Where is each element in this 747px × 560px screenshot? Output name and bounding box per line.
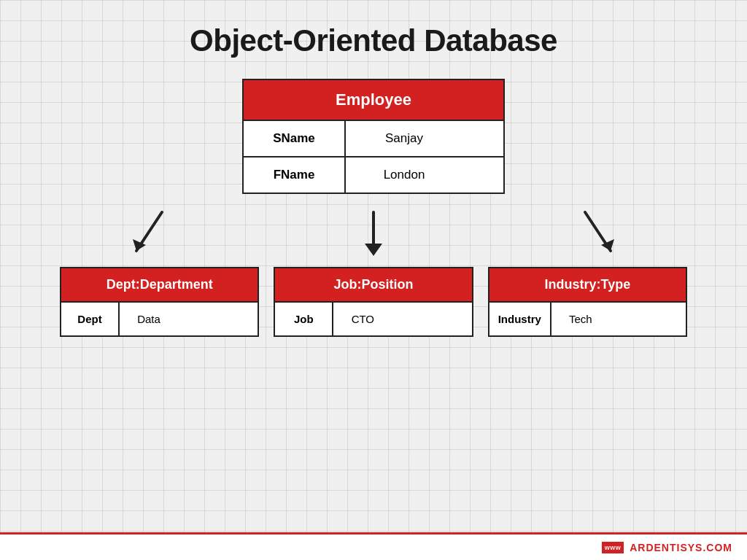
job-row: Job CTO xyxy=(275,301,471,335)
arrow-center-icon xyxy=(352,209,395,260)
dept-table: Dept:Department Dept Data xyxy=(60,267,259,337)
dept-label: Dept xyxy=(61,303,120,335)
industry-label: Industry xyxy=(489,303,551,335)
dept-table-header: Dept:Department xyxy=(61,268,258,301)
employee-row-sname: SName Sanjay xyxy=(244,120,503,156)
industry-table-header: Industry:Type xyxy=(489,268,686,301)
page-title: Object-Oriented Database xyxy=(0,0,747,58)
arrow-left-container xyxy=(74,201,220,260)
www-icon: www xyxy=(602,542,624,553)
dept-value: Data xyxy=(120,303,178,335)
industry-row: Industry Tech xyxy=(489,301,686,335)
brand-name: ARDENTISYS.COM xyxy=(630,542,732,553)
industry-table: Industry:Type Industry Tech xyxy=(488,267,687,337)
job-table-header: Job:Position xyxy=(275,268,471,301)
svg-marker-3 xyxy=(365,244,382,256)
job-value: CTO xyxy=(333,303,392,335)
fname-label: FName xyxy=(244,158,346,192)
employee-table: Employee SName Sanjay FName London xyxy=(242,79,505,194)
arrow-left-icon xyxy=(125,209,169,260)
dept-row: Dept Data xyxy=(61,301,258,335)
footer-logo: www ARDENTISYS.COM xyxy=(602,542,732,553)
employee-table-header: Employee xyxy=(244,80,503,120)
bottom-tables-row: Dept:Department Dept Data Job:Position J… xyxy=(60,267,687,337)
fname-value: London xyxy=(346,158,462,192)
job-label: Job xyxy=(275,303,333,335)
sname-label: SName xyxy=(244,121,346,156)
employee-row-fname: FName London xyxy=(244,156,503,192)
footer: www ARDENTISYS.COM xyxy=(0,532,747,560)
arrow-center-container xyxy=(301,201,446,260)
diagram-container: Employee SName Sanjay FName London xyxy=(0,79,747,337)
sname-value: Sanjay xyxy=(346,121,462,156)
arrow-right-icon xyxy=(578,209,622,260)
arrow-right-container xyxy=(527,201,673,260)
industry-value: Tech xyxy=(551,303,610,335)
arrows-row xyxy=(74,201,673,260)
job-table: Job:Position Job CTO xyxy=(274,267,473,337)
